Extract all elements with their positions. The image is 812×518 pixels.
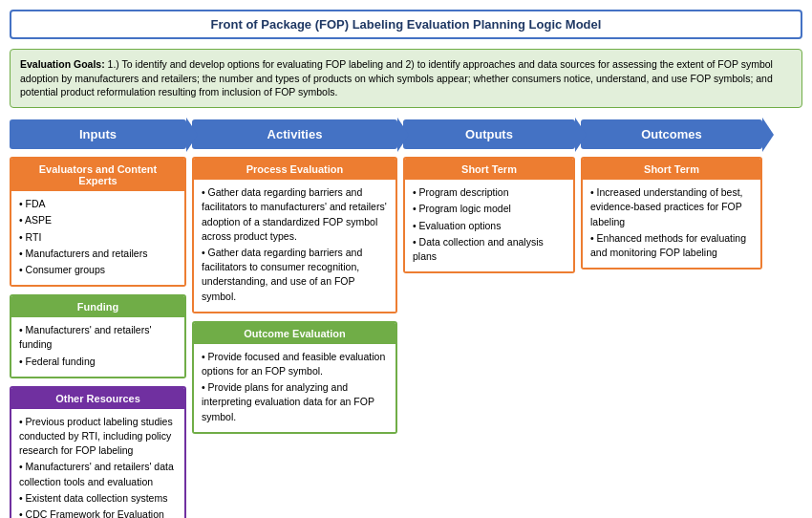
outputs-list: Program description Program logic model … — [413, 185, 566, 264]
outputs-short-term-header: Short Term — [405, 159, 573, 180]
outputs-header: Outputs — [403, 119, 575, 149]
col-inputs: Inputs Evaluators and ContentExperts FDA… — [10, 119, 186, 518]
col-outputs: Outputs Short Term Program description P… — [403, 119, 575, 281]
goals-text: 1.) To identify and develop options for … — [20, 58, 773, 97]
columns-container: Inputs Evaluators and ContentExperts FDA… — [10, 119, 802, 518]
outcomes-short-term-box: Short Term Increased understanding of be… — [581, 157, 762, 270]
activities-header: Activities — [192, 119, 397, 149]
process-eval-list: Gather data regarding barriers and facil… — [202, 185, 388, 304]
main-title-box: Front of Package (FOP) Labeling Evaluati… — [10, 10, 802, 39]
evaluators-header: Evaluators and ContentExperts — [11, 159, 184, 191]
funding-list: Manufacturers' and retailers' funding Fe… — [19, 323, 177, 369]
list-item: Consumer groups — [19, 263, 177, 277]
evaluators-box: Evaluators and ContentExperts FDA ASPE R… — [10, 157, 186, 287]
list-item: Manufacturers and retailers — [19, 247, 177, 261]
outcome-eval-list: Provide focused and feasible evaluation … — [202, 350, 388, 424]
outputs-short-term-box: Short Term Program description Program l… — [403, 157, 575, 273]
col-outcomes: Outcomes Short Term Increased understand… — [581, 119, 762, 277]
list-item: Program description — [413, 185, 566, 200]
list-item: Manufacturers' and retailers' data colle… — [19, 460, 177, 488]
list-item: CDC Framework for Evaluation — [19, 507, 177, 518]
list-item: Provide plans for analyzing and interpre… — [202, 380, 388, 424]
outcomes-header: Outcomes — [581, 119, 762, 149]
list-item: Previous product labeling studies conduc… — [19, 415, 177, 459]
goals-label: Evaluation Goals: — [20, 58, 105, 70]
process-eval-header: Process Evaluation — [194, 159, 395, 180]
other-resources-list: Previous product labeling studies conduc… — [19, 415, 177, 518]
list-item: Federal funding — [19, 355, 177, 369]
list-item: Gather data regarding barriers and facil… — [202, 246, 388, 304]
inputs-header: Inputs — [10, 119, 186, 149]
funding-box: Funding Manufacturers' and retailers' fu… — [10, 294, 186, 378]
outcomes-short-term-header: Short Term — [583, 159, 760, 180]
list-item: Increased understanding of best, evidenc… — [590, 185, 753, 229]
other-resources-box: Other Resources Previous product labelin… — [10, 386, 186, 518]
list-item: Provide focused and feasible evaluation … — [202, 350, 388, 378]
list-item: Evaluation options — [413, 219, 566, 233]
list-item: Manufacturers' and retailers' funding — [19, 323, 177, 352]
process-eval-box: Process Evaluation Gather data regarding… — [192, 157, 397, 313]
eval-goals-box: Evaluation Goals: 1.) To identify and de… — [10, 49, 802, 108]
other-resources-header: Other Resources — [11, 388, 184, 409]
evaluators-list: FDA ASPE RTI Manufacturers and retailers… — [19, 197, 177, 277]
list-item: RTI — [19, 230, 177, 245]
list-item: Data collection and analysis plans — [413, 235, 566, 264]
list-item: FDA — [19, 197, 177, 211]
funding-header: Funding — [11, 296, 184, 317]
list-item: Enhanced methods for evaluating and moni… — [590, 231, 753, 260]
list-item: ASPE — [19, 213, 177, 227]
list-item: Gather data regarding barriers and facil… — [202, 185, 388, 244]
outcome-eval-header: Outcome Evaluation — [194, 323, 395, 344]
list-item: Program logic model — [413, 202, 566, 216]
outcome-eval-box: Outcome Evaluation Provide focused and f… — [192, 321, 397, 434]
list-item: Existent data collection systems — [19, 491, 177, 506]
col-activities: Activities Process Evaluation Gather dat… — [192, 119, 397, 442]
outcomes-list: Increased understanding of best, evidenc… — [590, 185, 753, 260]
